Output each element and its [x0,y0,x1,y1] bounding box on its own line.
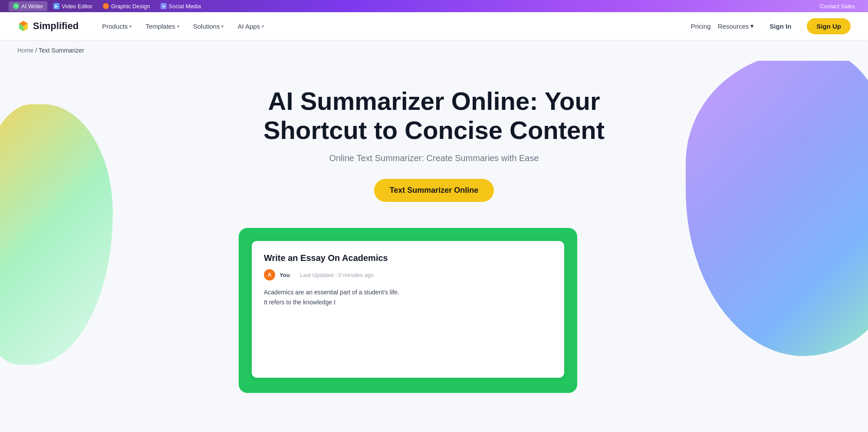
nav-resources-label: Resources [718,23,749,30]
demo-card-title: Write an Essay On Academics [264,253,552,263]
ai-writer-icon: ✦ [13,3,19,9]
nav-resources[interactable]: Resources ▾ [718,22,754,30]
breadcrumb-current: Text Summarizer [39,47,84,54]
breadcrumb: Home / Text Summarizer [0,40,868,61]
topbar-ai-writer[interactable]: ✦ AI Writer [9,1,47,11]
chevron-down-icon: ▾ [262,24,264,29]
hero-section: AI Summarizer Online: Your Shortcut to C… [0,61,868,410]
top-bar: ✦ AI Writer ▶ Video Editor ⬡ Graphic Des… [0,0,868,12]
video-editor-icon: ▶ [53,3,59,9]
chevron-down-icon: ▾ [129,24,132,29]
chevron-down-icon: ▾ [221,24,224,29]
nav-ai-apps-label: AI Apps [237,23,260,30]
breadcrumb-home[interactable]: Home [17,47,33,54]
topbar-video-editor[interactable]: ▶ Video Editor [49,1,97,11]
meta-separator: · [294,272,296,278]
navbar: Simplified Products ▾ Templates ▾ Soluti… [0,12,868,40]
demo-container: Write an Essay On Academics A You · Last… [239,228,577,393]
topbar-ai-writer-label: AI Writer [21,3,43,10]
logo-text: Simplified [33,20,79,32]
nav-products[interactable]: Products ▾ [96,19,138,33]
demo-card-text-line1: Academics are an essential part of a stu… [264,287,552,297]
meta-name: You [279,272,290,278]
logo-icon [17,20,30,32]
graphic-design-icon: ⬡ [103,3,109,9]
top-bar-links: ✦ AI Writer ▶ Video Editor ⬡ Graphic Des… [9,1,205,11]
nav-solutions-label: Solutions [193,23,220,30]
hero-title: AI Summarizer Online: Your Shortcut to C… [239,87,629,145]
demo-card-meta: A You · Last Updated : 0 minutes ago [264,269,552,280]
demo-card: Write an Essay On Academics A You · Last… [252,241,564,378]
nav-links: Products ▾ Templates ▾ Solutions ▾ AI Ap… [96,19,691,33]
hero-subtitle: Online Text Summarizer: Create Summaries… [239,153,629,163]
topbar-video-editor-label: Video Editor [62,3,92,10]
social-media-icon: ◈ [161,3,167,9]
logo[interactable]: Simplified [17,20,79,32]
contact-sales-link[interactable]: Contact Sales [820,3,855,10]
topbar-graphic-design[interactable]: ⬡ Graphic Design [99,1,155,11]
blob-left-decoration [0,104,113,365]
sign-up-button[interactable]: Sign Up [807,18,851,34]
topbar-graphic-design-label: Graphic Design [111,3,150,10]
chevron-down-icon: ▾ [177,24,179,29]
topbar-social-media[interactable]: ◈ Social Media [156,1,205,11]
breadcrumb-separator: / [35,47,39,54]
hero-content: AI Summarizer Online: Your Shortcut to C… [239,87,629,393]
nav-pricing[interactable]: Pricing [691,23,711,30]
topbar-social-media-label: Social Media [169,3,201,10]
nav-products-label: Products [102,23,128,30]
avatar: A [264,269,275,280]
demo-card-text-line2: It refers to the knowledge t [264,297,552,307]
nav-solutions[interactable]: Solutions ▾ [187,19,230,33]
nav-templates-label: Templates [145,23,175,30]
sign-in-button[interactable]: Sign In [761,19,800,33]
nav-ai-apps[interactable]: AI Apps ▾ [231,19,270,33]
meta-time: Last Updated : 0 minutes ago [300,272,374,278]
blob-right-decoration [686,61,868,356]
nav-templates[interactable]: Templates ▾ [139,19,185,33]
cta-button[interactable]: Text Summarizer Online [374,179,494,202]
chevron-down-icon: ▾ [750,22,754,30]
demo-card-body: Academics are an essential part of a stu… [264,287,552,366]
nav-right: Pricing Resources ▾ Sign In Sign Up [691,18,851,34]
